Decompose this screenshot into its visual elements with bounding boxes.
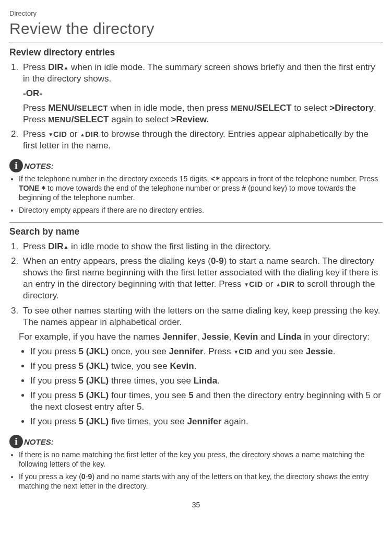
star-icon xyxy=(41,184,45,192)
text: If you press xyxy=(30,390,79,400)
text: three times, you see xyxy=(109,376,194,386)
text: . xyxy=(333,346,336,356)
section-heading-review: Review directory entries xyxy=(9,47,383,59)
example-item: If you press 5 (JKL) once, you see Jenni… xyxy=(30,346,383,357)
info-icon: i xyxy=(9,159,23,172)
text: four times, you see xyxy=(109,390,188,400)
text: appears in front of the telephone number… xyxy=(220,175,378,183)
name: Kevin xyxy=(234,332,258,342)
note-item: Directory empty appears if there are no … xyxy=(19,206,383,215)
text: If you press xyxy=(30,376,79,386)
dir-key: DIR xyxy=(85,130,99,138)
text: five times, you see xyxy=(109,416,187,426)
key-5: 5 (JKL) xyxy=(79,361,109,371)
note-item: If you press a key (0-9) and no name sta… xyxy=(19,472,383,491)
review-steps-list: Press DIR when in idle mode. The summary… xyxy=(9,62,383,152)
text: If the telephone number in the directory… xyxy=(19,175,211,183)
text: Press xyxy=(23,129,48,139)
cid-key: CID xyxy=(239,347,252,356)
name: Jennifer xyxy=(162,332,197,342)
text: and you see xyxy=(253,346,306,356)
star-icon xyxy=(216,175,220,183)
note-item: If there is no name matching the first l… xyxy=(19,450,383,469)
tone-key: TONE xyxy=(19,184,41,192)
text: when in idle mode. The summary screen sh… xyxy=(23,62,375,84)
dir-key: DIR xyxy=(281,280,294,288)
breadcrumb: Directory xyxy=(9,9,383,18)
text: again to select xyxy=(109,114,171,124)
text: . xyxy=(217,376,220,386)
example-item: If you press 5 (JKL) five times, you see… xyxy=(30,416,383,427)
dir-key: DIR xyxy=(48,62,63,72)
text: Press xyxy=(23,103,48,113)
notes-header: i NOTES: xyxy=(9,435,383,448)
name: Kevin xyxy=(170,361,194,371)
text: If you press xyxy=(30,416,79,426)
key-5: 5 (JKL) xyxy=(79,376,109,386)
search-step-2: When an entry appears, press the dialing… xyxy=(21,256,383,302)
arrow-up-icon xyxy=(63,62,68,72)
page-number: 35 xyxy=(9,500,383,509)
text: again. xyxy=(222,416,248,426)
text: Press xyxy=(23,62,48,72)
section-rule xyxy=(9,222,383,223)
digit-5: 5 xyxy=(188,390,193,400)
arrow-up-icon xyxy=(63,241,68,251)
info-icon: i xyxy=(9,435,23,448)
example-item: If you press 5 (JKL) twice, you see Kevi… xyxy=(30,361,383,372)
text: Press xyxy=(23,241,48,251)
key-5: 5 (JKL) xyxy=(79,346,109,356)
key-5: 5 (JKL) xyxy=(79,390,109,400)
text: when in idle mode, then press xyxy=(108,103,231,113)
text: to move towards the end of the telephone… xyxy=(45,184,242,192)
example-item: If you press 5 (JKL) four times, you see… xyxy=(30,390,383,413)
search-steps-list: Press DIR in idle mode to show the first… xyxy=(9,241,383,328)
notes-header: i NOTES: xyxy=(9,159,383,172)
arrow-down-icon xyxy=(244,279,249,289)
arrow-down-icon xyxy=(233,346,239,356)
digit: 0 xyxy=(211,256,216,266)
digit: 0 xyxy=(81,472,86,481)
review-step-1-alt: Press MENU/SELECT when in idle mode, the… xyxy=(23,102,383,125)
name: Linda xyxy=(278,332,301,342)
search-step-3: To see other names starting with the let… xyxy=(21,305,383,328)
text: twice, you see xyxy=(109,361,170,371)
menu-select-key: MENU/SELECT xyxy=(48,103,108,113)
title-rule xyxy=(9,42,383,42)
name: Jessie xyxy=(202,332,229,342)
digit: 9 xyxy=(219,256,223,266)
angle-symbol: < xyxy=(211,175,215,183)
notes-list-2: If there is no name matching the first l… xyxy=(9,450,383,491)
name: Linda xyxy=(194,376,217,386)
menu-select-key: MENU/SELECT xyxy=(48,114,109,124)
text: . Press xyxy=(204,346,234,356)
text: to select xyxy=(292,103,330,113)
notes-label: NOTES: xyxy=(24,161,54,171)
cid-key: CID xyxy=(249,280,263,288)
name: Jennifer xyxy=(187,416,221,426)
review-step-1: Press DIR when in idle mode. The summary… xyxy=(21,62,383,125)
note-item: If the telephone number in the directory… xyxy=(19,175,383,202)
text: If you press a key ( xyxy=(19,472,81,481)
text: If you press xyxy=(30,361,79,371)
example-item: If you press 5 (JKL) three times, you se… xyxy=(30,375,383,387)
arrow-up-icon xyxy=(276,279,281,289)
directory-option: >Directory xyxy=(329,103,374,113)
example-intro: For example, if you have the names Jenni… xyxy=(19,331,383,343)
menu-select-key: MENU/SELECT xyxy=(231,103,291,113)
section-heading-search: Search by name xyxy=(9,226,383,238)
text: or xyxy=(263,279,276,289)
text: . xyxy=(194,361,197,371)
text: For example, if you have the names xyxy=(19,332,162,342)
or-label: -OR- xyxy=(23,88,383,99)
text: once, you see xyxy=(109,346,169,356)
dir-key: DIR xyxy=(48,241,63,251)
page-title: Review the directory xyxy=(9,18,383,39)
text: in your directory: xyxy=(301,332,369,342)
key-5: 5 (JKL) xyxy=(79,416,109,426)
text: If you press xyxy=(30,346,79,356)
name: Jennifer xyxy=(169,346,204,356)
cid-key: CID xyxy=(53,130,67,138)
text: in idle mode to show the first listing i… xyxy=(68,241,271,251)
text: When an entry appears, press the dialing… xyxy=(23,256,211,266)
